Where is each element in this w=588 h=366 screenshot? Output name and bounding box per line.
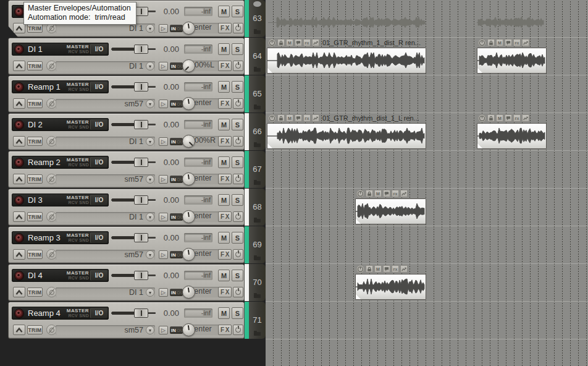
trim-button[interactable]: TRIM — [27, 174, 43, 184]
dropdown-icon[interactable] — [146, 213, 154, 221]
media-item[interactable]: MFX01_GTR_rhythm_1_dist_R ren... — [267, 38, 426, 74]
input-selector[interactable]: sm57 — [56, 174, 155, 184]
io-button[interactable]: I/O — [90, 308, 107, 318]
fx-enable-button[interactable] — [233, 211, 243, 222]
item-clock-icon[interactable] — [356, 265, 364, 273]
fx-button[interactable]: FX — [218, 98, 232, 109]
item-clock-icon[interactable] — [268, 39, 276, 47]
item-lock-icon[interactable] — [487, 39, 495, 46]
io-button[interactable]: I/O — [90, 82, 107, 92]
fx-button[interactable]: FX — [218, 174, 232, 184]
dropdown-icon[interactable] — [146, 137, 154, 146]
track-name-bar[interactable]: DI 2 MASTER RCV SND I/O — [12, 118, 109, 131]
monitor-button[interactable] — [159, 175, 168, 184]
item-waveform[interactable] — [355, 198, 426, 224]
pan-knob[interactable] — [182, 248, 195, 261]
fader-handle[interactable] — [134, 120, 148, 129]
solo-button[interactable]: S — [232, 270, 243, 281]
media-item[interactable]: MFX — [355, 264, 426, 300]
track-name[interactable]: Reamp 1 — [28, 82, 61, 92]
pan-knob[interactable] — [182, 135, 195, 148]
fade-handle[interactable] — [267, 68, 272, 73]
pan-knob[interactable] — [182, 210, 195, 223]
fx-enable-button[interactable] — [233, 136, 243, 147]
item-clock-icon[interactable] — [356, 190, 364, 198]
monitor-button[interactable] — [159, 137, 168, 146]
fx-button[interactable]: FX — [218, 249, 232, 260]
item-clock-icon[interactable] — [478, 114, 486, 122]
track-name-bar[interactable]: DI 3 MASTER RCV SND I/O — [12, 194, 109, 206]
item-env-icon[interactable] — [400, 265, 408, 273]
pan-knob[interactable] — [182, 172, 195, 185]
media-item[interactable]: MFX — [477, 113, 547, 150]
fade-handle[interactable] — [267, 143, 272, 148]
input-selector[interactable]: sm57 — [56, 325, 155, 335]
item-waveform[interactable] — [477, 48, 547, 74]
trim-button[interactable]: TRIM — [27, 287, 43, 297]
dropdown-icon[interactable] — [146, 62, 154, 70]
item-lock-icon[interactable] — [366, 190, 373, 197]
item-clock-icon[interactable] — [268, 114, 276, 122]
item-clock-icon[interactable] — [478, 39, 486, 47]
item-lock-icon[interactable] — [277, 39, 285, 46]
monitor-button[interactable] — [159, 100, 168, 108]
routing-badge[interactable]: MASTER RCV SND — [67, 233, 89, 243]
item-note-icon[interactable] — [295, 39, 302, 46]
trim-button[interactable]: TRIM — [27, 61, 43, 70]
solo-button[interactable]: S — [232, 43, 243, 55]
mute-button[interactable]: M — [218, 119, 230, 130]
fade-handle[interactable] — [356, 294, 361, 299]
dropdown-icon[interactable] — [146, 250, 154, 259]
fader-handle[interactable] — [134, 82, 148, 92]
item-note-icon[interactable] — [295, 114, 302, 122]
mute-button[interactable]: M — [218, 194, 230, 206]
fade-handle[interactable] — [477, 68, 482, 73]
track-name[interactable]: Reamp 2 — [28, 158, 61, 167]
fx-button[interactable]: FX — [218, 23, 232, 33]
item-mute-icon[interactable]: M — [496, 114, 503, 122]
item-lock-icon[interactable] — [487, 114, 495, 122]
input-selector[interactable]: sm57 — [56, 250, 155, 260]
item-env-icon[interactable] — [312, 114, 319, 122]
monitor-button[interactable] — [159, 62, 168, 70]
record-arm-button[interactable] — [14, 45, 24, 54]
monitor-button[interactable] — [159, 288, 168, 297]
fx-button[interactable]: FX — [218, 287, 232, 297]
envelope-button[interactable] — [13, 174, 25, 184]
item-fx-icon[interactable]: FX — [303, 114, 311, 122]
mute-button[interactable]: M — [218, 270, 230, 281]
fader-handle[interactable] — [134, 195, 148, 205]
record-mode-badge[interactable]: IN OUT — [170, 62, 183, 70]
solo-button[interactable]: S — [232, 119, 243, 130]
io-button[interactable]: I/O — [90, 270, 107, 281]
envelope-button[interactable] — [13, 211, 25, 222]
item-mute-icon[interactable]: M — [374, 265, 382, 273]
record-mode-badge[interactable]: IN OUT — [170, 213, 183, 221]
dropdown-icon[interactable] — [146, 175, 154, 184]
routing-badge[interactable]: MASTER RCV SND — [67, 120, 89, 130]
fader-handle[interactable] — [134, 45, 148, 54]
track-number-cell[interactable]: 66 — [249, 113, 266, 150]
input-selector[interactable]: DI 1 — [56, 23, 155, 33]
item-mute-icon[interactable]: M — [374, 190, 382, 197]
volume-fader[interactable] — [111, 157, 156, 168]
io-button[interactable]: I/O — [90, 232, 107, 243]
envelope-button[interactable] — [13, 98, 25, 109]
volume-fader[interactable] — [111, 44, 156, 54]
solo-button[interactable]: S — [232, 232, 243, 244]
record-arm-button[interactable] — [14, 7, 24, 17]
item-fx-icon[interactable]: FX — [303, 39, 311, 46]
item-note-icon[interactable] — [505, 39, 512, 46]
io-button[interactable]: I/O — [90, 44, 107, 54]
record-arm-button[interactable] — [14, 82, 24, 92]
fader-handle[interactable] — [134, 233, 148, 242]
item-mute-icon[interactable]: M — [496, 39, 503, 46]
item-note-icon[interactable] — [383, 265, 390, 273]
record-arm-button[interactable] — [14, 233, 24, 243]
fx-enable-button[interactable] — [233, 325, 243, 335]
envelope-button[interactable] — [13, 61, 25, 71]
input-selector[interactable]: DI 1 — [56, 287, 155, 297]
item-note-icon[interactable] — [505, 114, 512, 122]
mute-button[interactable]: M — [218, 6, 230, 17]
routing-badge[interactable]: MASTER RCV SND — [67, 195, 89, 205]
